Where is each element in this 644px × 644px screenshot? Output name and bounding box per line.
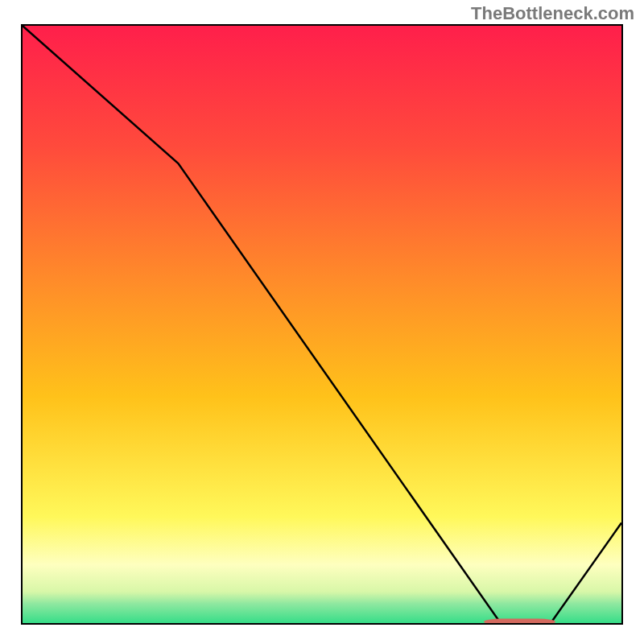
svg-rect-1 [484, 619, 555, 625]
valley-marker [23, 26, 621, 625]
chart-canvas: TheBottleneck.com [0, 0, 644, 644]
plot-area [21, 24, 623, 625]
watermark-text: TheBottleneck.com [471, 3, 634, 24]
